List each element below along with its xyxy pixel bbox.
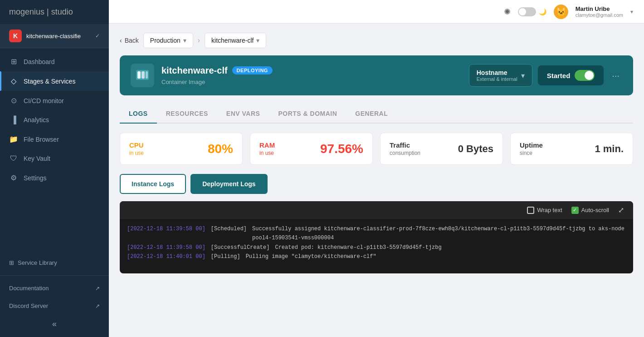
ram-subtitle: in use (259, 150, 275, 156)
instance-logs-button[interactable]: Instance Logs (120, 174, 186, 194)
settings-gear-icon[interactable]: ✺ (504, 7, 511, 17)
project-selector[interactable]: K kitchenware-classifie ✓ (0, 24, 109, 48)
cpu-title: CPU (129, 141, 144, 149)
content-area: ‹ Back Production ▾ › kitchenware-clf ▾ (109, 24, 644, 337)
service-actions: Hostname External & internal ▾ Started ·… (469, 64, 622, 87)
project-chevron-icon: ✓ (95, 33, 100, 39)
hostname-button[interactable]: Hostname External & internal ▾ (469, 64, 532, 87)
metric-traffic-card: Traffic consumption 0 Bytes (380, 133, 503, 165)
env-selector[interactable]: Production ▾ (143, 33, 193, 48)
container-image-svg (135, 68, 150, 83)
log-line: [2022-12-18 11:39:58 00] [SuccessfulCrea… (127, 243, 626, 252)
started-button: Started (538, 65, 604, 85)
deployment-logs-button[interactable]: Deployment Logs (190, 174, 267, 194)
expand-icon[interactable]: ⤢ (618, 206, 624, 214)
avatar: 🐱 (554, 5, 568, 19)
tab-logs[interactable]: LOGS (120, 104, 157, 124)
brand-name: mogenius (9, 7, 44, 16)
log-time-2: [2022-12-18 11:39:58 00] (127, 243, 205, 252)
main-area: ✺ 🌙 🐱 Martin Uribe clamytoe@gmail.com ▾ … (109, 0, 644, 337)
dashboard-label: Dashboard (24, 58, 55, 65)
wrap-text-toggle[interactable]: Wrap text (527, 207, 562, 214)
log-buttons: Instance Logs Deployment Logs (120, 174, 633, 194)
cpu-label-col: CPU in use (129, 141, 144, 156)
log-line: [2022-12-18 11:39:58 00] [Scheduled] Suc… (127, 224, 626, 243)
metrics-row: CPU in use 80% RAM in use 97.56% Traffic… (120, 133, 633, 165)
external-link-icon: ↗ (95, 285, 100, 292)
collapse-icon: « (52, 319, 57, 329)
traffic-label-col: Traffic consumption (390, 141, 420, 156)
env-chevron-icon: ▾ (183, 37, 186, 44)
sidebar-item-stages-services[interactable]: ◇ Stages & Services (0, 71, 109, 91)
theme-toggle-thumb (519, 8, 526, 15)
ram-label-col: RAM in use (259, 141, 275, 156)
env-name: Production (150, 37, 181, 44)
autoscroll-toggle[interactable]: ✓ Auto-scroll (571, 207, 609, 214)
discord-external-icon: ↗ (95, 303, 100, 309)
file-browser-icon: 📁 (9, 135, 18, 144)
wrap-text-checkbox[interactable] (527, 207, 534, 214)
user-info: Martin Uribe clamytoe@gmail.com (576, 5, 623, 18)
settings-icon: ⚙ (9, 173, 18, 182)
brand-logo: mogenius | studio (9, 7, 73, 17)
autoscroll-checkbox[interactable]: ✓ (571, 207, 579, 214)
back-arrow-icon: ‹ (120, 37, 122, 44)
log-toolbar: Wrap text ✓ Auto-scroll ⤢ (120, 201, 633, 219)
key-vault-icon: 🛡 (9, 154, 18, 163)
log-type-1: [Scheduled] (211, 224, 247, 243)
documentation-link[interactable]: Documentation ↗ (0, 279, 109, 297)
analytics-label: Analytics (24, 116, 49, 124)
uptime-value: 1 min. (595, 143, 624, 155)
moon-icon: 🌙 (539, 8, 546, 15)
sidebar-header: mogenius | studio (0, 0, 109, 24)
started-toggle-thumb (585, 71, 594, 80)
theme-toggle[interactable]: 🌙 (518, 7, 546, 16)
analytics-icon: ▐ (9, 116, 18, 124)
sidebar-service-library[interactable]: ⊞ Service Library (9, 255, 100, 271)
sidebar-item-key-vault[interactable]: 🛡 Key Vault (0, 149, 109, 168)
breadcrumb-separator: › (198, 36, 200, 45)
theme-toggle-track[interactable] (518, 7, 536, 16)
log-time-1: [2022-12-18 11:39:58 00] (127, 224, 205, 243)
log-msg-1: Successfully assigned kitchenware-classi… (252, 224, 626, 243)
autoscroll-label: Auto-scroll (581, 207, 609, 213)
sidebar-item-dashboard[interactable]: ⊞ Dashboard (0, 52, 109, 71)
ram-value: 97.56% (320, 142, 363, 156)
tab-env-vars[interactable]: ENV VARS (217, 104, 269, 124)
uptime-label-col: Uptime since (520, 141, 543, 156)
user-chevron-icon[interactable]: ▾ (630, 9, 633, 15)
wrap-text-label: Wrap text (537, 207, 562, 213)
collapse-button[interactable]: « (0, 315, 109, 333)
service-selector[interactable]: kitchenware-clf ▾ (205, 33, 266, 48)
traffic-subtitle: consumption (390, 150, 420, 156)
log-terminal: Wrap text ✓ Auto-scroll ⤢ [2022-12-18 11… (120, 201, 633, 273)
sidebar-item-settings[interactable]: ⚙ Settings (0, 168, 109, 188)
tab-resources[interactable]: RESOURCES (157, 104, 217, 124)
topbar: ✺ 🌙 🐱 Martin Uribe clamytoe@gmail.com ▾ (109, 0, 644, 24)
service-name: kitchenware-clf (211, 37, 254, 44)
product-name: studio (51, 7, 73, 16)
more-options-button[interactable]: ··· (609, 70, 622, 81)
ram-title: RAM (259, 141, 275, 149)
dashboard-icon: ⊞ (9, 57, 18, 66)
tab-general[interactable]: GENERAL (346, 104, 397, 124)
log-type-2: [SuccessfulCreate] (211, 243, 270, 252)
discord-link[interactable]: Discord Server ↗ (0, 297, 109, 315)
back-button[interactable]: ‹ Back (120, 37, 139, 44)
hostname-info: Hostname External & internal (477, 69, 517, 82)
cpu-value: 80% (208, 142, 233, 156)
started-toggle[interactable] (575, 70, 595, 81)
uptime-title: Uptime (520, 141, 543, 149)
status-badge: DEPLOYING (232, 66, 273, 74)
log-msg-3: Pulling image "clamytoe/kitchenware-clf" (246, 252, 376, 261)
user-email: clamytoe@gmail.com (576, 12, 623, 18)
svg-rect-1 (137, 71, 141, 79)
service-chevron-icon: ▾ (256, 37, 259, 44)
sidebar-item-analytics[interactable]: ▐ Analytics (0, 110, 109, 129)
discord-label: Discord Server (9, 302, 48, 309)
tab-ports-domain[interactable]: PORTS & DOMAIN (269, 104, 346, 124)
traffic-title: Traffic (390, 141, 420, 149)
cicd-label: CI/CD monitor (24, 97, 64, 104)
sidebar-item-cicd[interactable]: ⊙ CI/CD monitor (0, 91, 109, 110)
sidebar-item-file-browser[interactable]: 📁 File Browser (0, 129, 109, 149)
